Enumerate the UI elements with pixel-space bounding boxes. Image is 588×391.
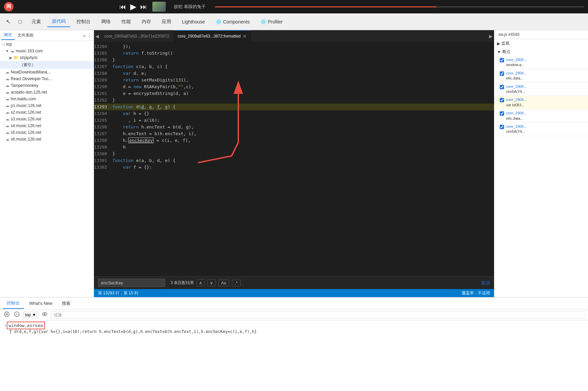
console-input-text: window.asrsea <box>8 323 44 328</box>
main-container: 网页 文件系统 » ⋮ □ top ▼ ☁ music.163.com <box>0 30 588 391</box>
tree-item-index[interactable]: 📄 （索引） <box>0 61 94 69</box>
media-play-button[interactable]: ▶ <box>130 2 136 11</box>
media-bar: 网 ⏮ ▶ ⏭ 故犯 泰躁的兔子 <box>0 0 588 13</box>
editor-nav-right[interactable]: ▶ <box>488 32 494 40</box>
console-context-selector[interactable]: top ▼ <box>23 312 39 318</box>
code-line-13301: 13301 function e(a, b, d, e) { <box>94 157 494 164</box>
breakpoints-toggle-icon: ▼ <box>497 50 501 54</box>
svg-point-0 <box>218 21 219 22</box>
bp4-code: core_2909... <box>506 97 527 102</box>
profiler-icon <box>260 19 266 25</box>
line-num-13295: 13295 <box>94 117 112 124</box>
console-filter-icon-button[interactable] <box>13 311 21 319</box>
code-editor-content[interactable]: 13284 }); 13285 return f.toString() 1328… <box>94 42 494 276</box>
console-tab-console[interactable]: 控制台 <box>3 298 24 309</box>
editor-tab-minified[interactable]: core_2909a87e63...3f3e71e22f3872 <box>100 30 174 42</box>
console-clear-button[interactable] <box>3 311 11 319</box>
sidebar-tab-webpage[interactable]: 网页 <box>1 31 15 40</box>
line-num-13299: 13299 <box>94 144 112 151</box>
editor-tab-formatted[interactable]: core_2909a87e63...3872:formatted ✕ <box>174 30 251 42</box>
editor-nav-left[interactable]: ◀ <box>94 32 100 40</box>
tab-memory[interactable]: 内存 <box>137 17 156 27</box>
svg-point-15 <box>44 314 45 315</box>
tab-application[interactable]: 应用 <box>157 17 176 27</box>
search-regex-button[interactable]: .* <box>232 280 241 286</box>
tree-item-baidu[interactable]: ☁ hm.baidu.com <box>0 96 94 102</box>
sidebar-tab-filesystem[interactable]: 文件系统 <box>15 31 36 40</box>
console-output: › window.asrsea ƒ d(d,e,f,g){var h={},i=… <box>0 320 588 391</box>
tree-item-acstatic[interactable]: ☁ acstatic-dun.126.net <box>0 89 94 96</box>
bp4-detail: var bKB3... <box>506 103 527 108</box>
breakpoint-item-2: core_2909... e6c.data... <box>494 69 588 83</box>
tree-item-neatdownload[interactable]: ☁ NeatDownloadMana... <box>0 69 94 75</box>
bp3-checkbox[interactable] <box>500 85 504 89</box>
media-thumbnail <box>152 2 166 12</box>
search-match-case-button[interactable]: Aa <box>218 280 229 286</box>
search-input[interactable] <box>98 279 165 287</box>
tree-item-music163-label: music.163.com <box>16 49 43 53</box>
s2music-cloud-icon: ☁ <box>5 110 9 115</box>
bp2-checkbox[interactable] <box>500 71 504 76</box>
tree-item-reactdev[interactable]: ☁ React Developer Too... <box>0 75 94 82</box>
tab-elements[interactable]: 元素 <box>27 17 46 27</box>
search-next-button[interactable]: ∨ <box>207 279 215 286</box>
bp6-checkbox[interactable] <box>500 125 504 129</box>
bp5-text: core_2909... e6c.data... <box>506 111 527 121</box>
tab-profiler-label: Profiler <box>268 19 283 24</box>
tree-item-p1music[interactable]: ☁ p1.music.126.net <box>0 102 94 109</box>
tree-item-s6music-label: s6.music.126.net <box>11 137 41 142</box>
console-eye-button[interactable] <box>41 311 49 319</box>
tree-item-s5music[interactable]: ☁ s5.music.126.net <box>0 129 94 136</box>
monitor-section-header[interactable]: ▶ 监视 <box>494 39 588 48</box>
code-line-13298: 13298 h.encSecKey = c(i, e, f), <box>94 137 494 144</box>
p1music-cloud-icon: ☁ <box>5 103 9 108</box>
tree-item-s6music[interactable]: ☁ s6.music.126.net <box>0 136 94 143</box>
media-prev-button[interactable]: ⏮ <box>119 3 126 11</box>
cursor-icon-button[interactable]: ↖ <box>3 16 13 27</box>
tab-components[interactable]: Components <box>211 17 254 27</box>
tree-item-acstatic-label: acstatic-dun.126.net <box>11 90 47 95</box>
line-content-13286: } <box>112 57 494 63</box>
tree-item-s2music[interactable]: ☁ s2.music.126.net <box>0 109 94 116</box>
line-num-13290: 13290 <box>94 83 112 90</box>
line-num-13300: 13300 <box>94 151 112 157</box>
tree-item-music163[interactable]: ▼ ☁ music.163.com <box>0 48 94 54</box>
status-bar: 第 13293 行，第 15 列 覆盖率：不适用 <box>94 289 494 297</box>
sidebar-menu-button[interactable]: ⋮ <box>87 32 92 39</box>
bp1-checkbox[interactable] <box>500 58 504 62</box>
tab-console[interactable]: 控制台 <box>72 17 95 27</box>
tree-item-top[interactable]: □ top <box>0 41 94 48</box>
inspect-icon-button[interactable]: □ <box>15 16 26 27</box>
search-cancel-button[interactable]: 取消 <box>481 280 490 286</box>
console-context-label: top <box>25 313 31 317</box>
tree-item-top-label: top <box>6 42 12 47</box>
bp4-checkbox[interactable] <box>500 98 504 102</box>
tree-item-lyric[interactable]: ▶ 📁 st/pip/lyric <box>0 54 94 61</box>
search-prev-button[interactable]: ∧ <box>197 279 205 286</box>
console-tab-search[interactable]: 搜索 <box>58 298 75 309</box>
tab-lighthouse[interactable]: Lighthouse <box>177 17 210 26</box>
console-tab-whatsnew[interactable]: What's New <box>25 299 56 308</box>
tab-performance[interactable]: 性能 <box>117 17 136 27</box>
line-num-13298: 13298 <box>94 137 112 144</box>
tab-profiler[interactable]: Profiler <box>256 17 287 27</box>
tree-item-tampermonkey[interactable]: ☁ Tampermonkey <box>0 82 94 89</box>
tree-item-s3music[interactable]: ☁ s3.music.126.net <box>0 116 94 122</box>
line-num-13292: 13292 <box>94 97 112 104</box>
tree-item-s4music[interactable]: ☁ s4.music.126.net <box>0 122 94 129</box>
breakpoints-section-header[interactable]: ▼ 断点 <box>494 48 588 56</box>
clear-console-icon <box>4 312 9 317</box>
bp5-checkbox[interactable] <box>500 111 504 116</box>
code-editor-area: ◀ core_2909a87e63...3f3e71e22f3872 core_… <box>94 30 494 297</box>
editor-tab-close-icon[interactable]: ✕ <box>243 34 247 39</box>
media-next-button[interactable]: ⏭ <box>140 3 147 11</box>
media-progress-bar[interactable] <box>215 6 584 7</box>
tab-network[interactable]: 网络 <box>97 17 115 27</box>
monitor-label: 监视 <box>501 41 509 46</box>
sidebar-more-button[interactable]: » <box>83 33 86 38</box>
console-filter-input[interactable] <box>51 311 585 319</box>
line-content-13296: return h.encText = b(d, g), <box>112 124 494 130</box>
line-content-13301: function e(a, b, d, e) { <box>112 157 494 164</box>
tab-source[interactable]: 源代码 <box>47 16 70 27</box>
bp5-detail: e6c.data... <box>506 116 527 121</box>
